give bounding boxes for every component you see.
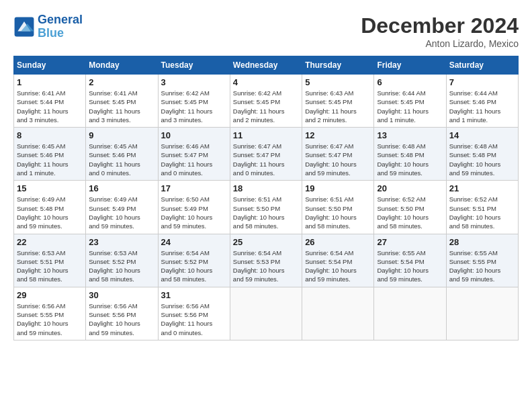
day-info: Sunrise: 6:53 AM Sunset: 5:52 PM Dayligh…: [89, 248, 154, 284]
calendar-cell: 24Sunrise: 6:54 AM Sunset: 5:52 PM Dayli…: [158, 234, 230, 287]
day-info: Sunrise: 6:47 AM Sunset: 5:47 PM Dayligh…: [305, 142, 371, 177]
calendar-cell: 6Sunrise: 6:44 AM Sunset: 5:45 PM Daylig…: [374, 75, 446, 128]
day-number: 22: [17, 237, 83, 247]
calendar-cell: 16Sunrise: 6:49 AM Sunset: 5:49 PM Dayli…: [86, 181, 158, 234]
title-block: December 2024 Anton Lizardo, Mexico: [361, 13, 519, 49]
day-info: Sunrise: 6:47 AM Sunset: 5:47 PM Dayligh…: [233, 142, 299, 177]
calendar-cell: 7Sunrise: 6:44 AM Sunset: 5:46 PM Daylig…: [446, 75, 518, 128]
day-info: Sunrise: 6:54 AM Sunset: 5:53 PM Dayligh…: [233, 248, 299, 284]
day-info: Sunrise: 6:48 AM Sunset: 5:48 PM Dayligh…: [449, 142, 515, 177]
calendar-cell: 4Sunrise: 6:42 AM Sunset: 5:45 PM Daylig…: [230, 75, 302, 128]
day-info: Sunrise: 6:53 AM Sunset: 5:51 PM Dayligh…: [17, 248, 83, 284]
day-number: 17: [161, 183, 227, 193]
calendar-cell: [446, 287, 518, 340]
calendar-cell: 17Sunrise: 6:50 AM Sunset: 5:49 PM Dayli…: [158, 181, 230, 234]
day-info: Sunrise: 6:49 AM Sunset: 5:49 PM Dayligh…: [89, 195, 154, 230]
day-info: Sunrise: 6:56 AM Sunset: 5:55 PM Dayligh…: [17, 302, 83, 337]
calendar-cell: 12Sunrise: 6:47 AM Sunset: 5:47 PM Dayli…: [302, 128, 374, 181]
logo-icon: [13, 16, 35, 38]
calendar-cell: 11Sunrise: 6:47 AM Sunset: 5:47 PM Dayli…: [230, 128, 302, 181]
day-number: 14: [449, 130, 515, 140]
calendar-cell: 13Sunrise: 6:48 AM Sunset: 5:48 PM Dayli…: [374, 128, 446, 181]
weekday-header-wednesday: Wednesday: [230, 56, 302, 75]
calendar-week-row: 15Sunrise: 6:49 AM Sunset: 5:48 PM Dayli…: [14, 181, 519, 234]
calendar-cell: 29Sunrise: 6:56 AM Sunset: 5:55 PM Dayli…: [14, 287, 86, 340]
day-info: Sunrise: 6:48 AM Sunset: 5:48 PM Dayligh…: [377, 142, 443, 177]
calendar-cell: [302, 287, 374, 340]
day-info: Sunrise: 6:55 AM Sunset: 5:54 PM Dayligh…: [377, 248, 443, 284]
calendar-week-row: 8Sunrise: 6:45 AM Sunset: 5:46 PM Daylig…: [14, 128, 519, 181]
day-info: Sunrise: 6:52 AM Sunset: 5:50 PM Dayligh…: [377, 195, 443, 230]
calendar-cell: 26Sunrise: 6:54 AM Sunset: 5:54 PM Dayli…: [302, 234, 374, 287]
day-number: 2: [89, 77, 154, 87]
day-number: 7: [449, 77, 515, 87]
calendar-cell: 25Sunrise: 6:54 AM Sunset: 5:53 PM Dayli…: [230, 234, 302, 287]
logo: General Blue: [13, 13, 83, 40]
weekday-header-thursday: Thursday: [302, 56, 374, 75]
calendar-week-row: 29Sunrise: 6:56 AM Sunset: 5:55 PM Dayli…: [14, 287, 519, 340]
day-number: 24: [161, 237, 227, 247]
calendar-week-row: 22Sunrise: 6:53 AM Sunset: 5:51 PM Dayli…: [14, 234, 519, 287]
calendar-cell: 21Sunrise: 6:52 AM Sunset: 5:51 PM Dayli…: [446, 181, 518, 234]
day-number: 18: [233, 183, 299, 193]
calendar-cell: 20Sunrise: 6:52 AM Sunset: 5:50 PM Dayli…: [374, 181, 446, 234]
day-info: Sunrise: 6:51 AM Sunset: 5:50 PM Dayligh…: [305, 195, 371, 230]
calendar-cell: 8Sunrise: 6:45 AM Sunset: 5:46 PM Daylig…: [14, 128, 86, 181]
day-number: 13: [377, 130, 443, 140]
calendar-cell: 2Sunrise: 6:41 AM Sunset: 5:45 PM Daylig…: [86, 75, 158, 128]
calendar-cell: 14Sunrise: 6:48 AM Sunset: 5:48 PM Dayli…: [446, 128, 518, 181]
day-number: 23: [89, 237, 154, 247]
day-number: 19: [305, 183, 371, 193]
day-info: Sunrise: 6:46 AM Sunset: 5:47 PM Dayligh…: [161, 142, 227, 177]
calendar-cell: 22Sunrise: 6:53 AM Sunset: 5:51 PM Dayli…: [14, 234, 86, 287]
day-info: Sunrise: 6:41 AM Sunset: 5:44 PM Dayligh…: [17, 89, 83, 124]
day-info: Sunrise: 6:49 AM Sunset: 5:48 PM Dayligh…: [17, 195, 83, 230]
weekday-header-monday: Monday: [86, 56, 158, 75]
day-info: Sunrise: 6:50 AM Sunset: 5:49 PM Dayligh…: [161, 195, 227, 230]
day-number: 12: [305, 130, 371, 140]
day-number: 1: [17, 77, 83, 87]
day-number: 26: [305, 237, 371, 247]
day-number: 9: [89, 130, 154, 140]
day-number: 16: [89, 183, 154, 193]
day-number: 5: [305, 77, 371, 87]
day-info: Sunrise: 6:41 AM Sunset: 5:45 PM Dayligh…: [89, 89, 154, 124]
day-info: Sunrise: 6:54 AM Sunset: 5:54 PM Dayligh…: [305, 248, 371, 284]
calendar-cell: 23Sunrise: 6:53 AM Sunset: 5:52 PM Dayli…: [86, 234, 158, 287]
calendar-cell: 5Sunrise: 6:43 AM Sunset: 5:45 PM Daylig…: [302, 75, 374, 128]
weekday-header-row: SundayMondayTuesdayWednesdayThursdayFrid…: [14, 56, 519, 75]
day-info: Sunrise: 6:44 AM Sunset: 5:46 PM Dayligh…: [449, 89, 515, 124]
calendar-cell: 9Sunrise: 6:45 AM Sunset: 5:46 PM Daylig…: [86, 128, 158, 181]
logo-text: General Blue: [38, 13, 83, 40]
day-number: 31: [161, 290, 227, 300]
day-number: 8: [17, 130, 83, 140]
day-info: Sunrise: 6:54 AM Sunset: 5:52 PM Dayligh…: [161, 248, 227, 284]
page-header: General Blue December 2024 Anton Lizardo…: [13, 13, 519, 49]
calendar-cell: [230, 287, 302, 340]
day-number: 15: [17, 183, 83, 193]
day-info: Sunrise: 6:43 AM Sunset: 5:45 PM Dayligh…: [305, 89, 371, 124]
month-title: December 2024: [361, 13, 519, 38]
day-number: 30: [89, 290, 154, 300]
day-number: 27: [377, 237, 443, 247]
day-number: 20: [377, 183, 443, 193]
calendar-cell: 10Sunrise: 6:46 AM Sunset: 5:47 PM Dayli…: [158, 128, 230, 181]
calendar-cell: 28Sunrise: 6:55 AM Sunset: 5:55 PM Dayli…: [446, 234, 518, 287]
weekday-header-tuesday: Tuesday: [158, 56, 230, 75]
day-info: Sunrise: 6:56 AM Sunset: 5:56 PM Dayligh…: [89, 302, 154, 337]
calendar-cell: 15Sunrise: 6:49 AM Sunset: 5:48 PM Dayli…: [14, 181, 86, 234]
calendar-cell: 3Sunrise: 6:42 AM Sunset: 5:45 PM Daylig…: [158, 75, 230, 128]
day-number: 29: [17, 290, 83, 300]
calendar-cell: 30Sunrise: 6:56 AM Sunset: 5:56 PM Dayli…: [86, 287, 158, 340]
day-info: Sunrise: 6:45 AM Sunset: 5:46 PM Dayligh…: [17, 142, 83, 177]
calendar-week-row: 1Sunrise: 6:41 AM Sunset: 5:44 PM Daylig…: [14, 75, 519, 128]
day-info: Sunrise: 6:55 AM Sunset: 5:55 PM Dayligh…: [449, 248, 515, 284]
calendar-cell: 1Sunrise: 6:41 AM Sunset: 5:44 PM Daylig…: [14, 75, 86, 128]
day-number: 6: [377, 77, 443, 87]
day-info: Sunrise: 6:45 AM Sunset: 5:46 PM Dayligh…: [89, 142, 154, 177]
calendar-cell: 19Sunrise: 6:51 AM Sunset: 5:50 PM Dayli…: [302, 181, 374, 234]
day-number: 25: [233, 237, 299, 247]
calendar-cell: 18Sunrise: 6:51 AM Sunset: 5:50 PM Dayli…: [230, 181, 302, 234]
weekday-header-saturday: Saturday: [446, 56, 518, 75]
day-number: 10: [161, 130, 227, 140]
